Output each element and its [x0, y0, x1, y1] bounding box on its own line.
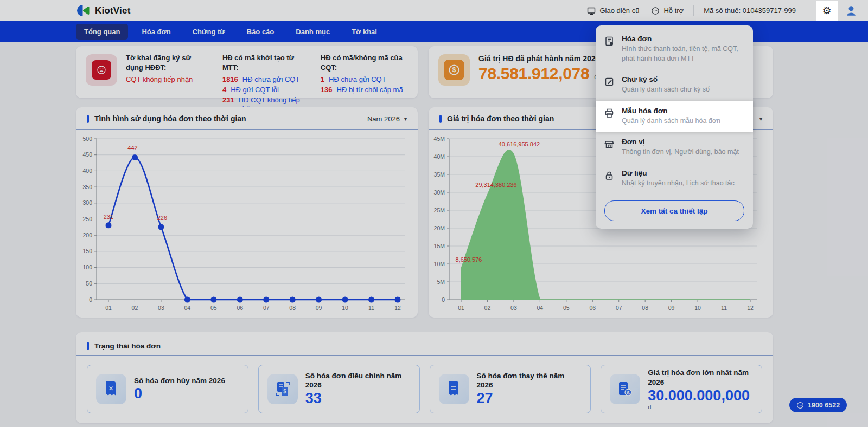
svg-text:250: 250: [82, 216, 92, 222]
menu-item-mau-hoa-don[interactable]: Mẫu hóa đơn Quản lý danh sách mẫu hóa đơ…: [596, 101, 753, 132]
mtt-label[interactable]: HĐ gửi CQT lỗi: [231, 86, 279, 94]
nav-tab-danh-muc[interactable]: Danh mục: [288, 24, 338, 40]
menu-item-chu-ky-so[interactable]: Chữ ký số Quản lý danh sách chữ ký số: [596, 69, 753, 101]
settings-gear-button[interactable]: ⚙: [816, 1, 838, 21]
mtt-title: HĐ có mã khởi tạo từ MTT:: [222, 53, 305, 73]
menu-item-title: Hóa đơn: [622, 35, 744, 43]
old-ui-link[interactable]: Giao diện cũ: [587, 7, 639, 15]
svg-text:08: 08: [642, 305, 648, 311]
svg-text:07: 07: [616, 305, 622, 311]
support-label: Hỗ trợ: [663, 7, 684, 15]
menu-item-du-lieu[interactable]: Dữ liệu Nhật ký truyền nhận, Lịch sử tha…: [596, 163, 753, 195]
svg-text:300: 300: [82, 199, 92, 206]
nav-tab-bao-cao[interactable]: Báo cáo: [239, 24, 283, 40]
accent-bar: [439, 115, 442, 123]
svg-text:07: 07: [263, 305, 270, 311]
status-card-label: Số hóa đơn thay thế năm 2026: [477, 371, 582, 390]
svg-text:45M: 45M: [434, 135, 445, 142]
cqt-label[interactable]: HĐ chưa gửi CQT: [329, 75, 386, 83]
declaration-summary-card: Tờ khai đăng ký sử dụng HĐĐT: CQT không …: [76, 46, 418, 98]
hotline-number: 1900 6522: [808, 402, 840, 409]
data-lock-icon: [604, 170, 615, 181]
mtt-label[interactable]: HĐ chưa gửi CQT: [242, 75, 300, 83]
nav-tab-chung-tu[interactable]: Chứng từ: [184, 24, 233, 40]
nav-tab-to-khai[interactable]: Tờ khai: [343, 24, 385, 40]
svg-text:40M: 40M: [434, 153, 445, 160]
support-link[interactable]: Hỗ trợ: [651, 7, 684, 15]
year-filter-dropdown[interactable]: ▾: [760, 116, 762, 122]
status-card-label: Số hóa đơn hủy năm 2026: [134, 376, 225, 386]
svg-text:06: 06: [237, 305, 243, 311]
adjusted-invoice-icon: $: [267, 374, 298, 404]
kiotviet-logo[interactable]: KiotViet: [76, 3, 131, 18]
svg-text:03: 03: [510, 305, 517, 311]
cqt-count: 1: [321, 75, 324, 83]
svg-text:$: $: [627, 390, 630, 396]
svg-text:0: 0: [442, 296, 445, 303]
chat-support-icon: [651, 7, 660, 15]
svg-text:400: 400: [82, 167, 92, 174]
replaced-invoice-icon: [439, 374, 469, 404]
svg-text:11: 11: [721, 305, 727, 311]
issued-value-tile: $: [438, 54, 470, 86]
svg-text:450: 450: [82, 151, 92, 158]
menu-item-don-vi[interactable]: Đơn vị Thông tin đơn vị, Người dùng, bảo…: [596, 132, 753, 163]
svg-text:05: 05: [563, 305, 570, 311]
old-ui-label: Giao diện cũ: [599, 7, 639, 15]
issued-value-title: Giá trị HĐ đã phát hành năm 2026: [478, 54, 599, 63]
svg-text:442: 442: [127, 145, 137, 151]
digital-signature-icon: [604, 76, 615, 87]
svg-text:226: 226: [157, 215, 167, 221]
cqt-label[interactable]: HĐ bị từ chối cấp mã: [337, 86, 403, 94]
hotline-chat-button[interactable]: 1900 6522: [789, 398, 847, 412]
status-card-value: 27: [477, 390, 582, 407]
menu-item-hoa-don[interactable]: Hóa đơn Hình thức thanh toán, tiền tệ, m…: [596, 29, 753, 69]
view-all-settings-button[interactable]: Xem tất cả thiết lập: [604, 200, 744, 221]
mtt-row: 1816 HĐ chưa gửi CQT: [222, 75, 305, 83]
svg-text:29,314,380.236: 29,314,380.236: [475, 182, 516, 188]
cancelled-invoice-icon: ✕: [96, 374, 126, 404]
svg-text:12: 12: [394, 305, 401, 311]
svg-text:8,650,576: 8,650,576: [456, 256, 482, 263]
svg-text:04: 04: [184, 305, 191, 311]
svg-text:08: 08: [289, 305, 296, 311]
svg-text:30M: 30M: [434, 189, 445, 196]
year-filter-dropdown[interactable]: Năm 2026 ▾: [367, 115, 407, 123]
kiotviet-logo-icon: [76, 3, 91, 18]
max-invoice-value-icon: $: [610, 374, 640, 404]
svg-text:05: 05: [210, 305, 217, 311]
svg-text:03: 03: [158, 305, 164, 311]
menu-item-title: Đơn vị: [622, 138, 739, 146]
divider: [76, 129, 418, 130]
menu-item-desc: Thông tin đơn vị, Người dùng, bảo mật: [622, 147, 739, 157]
adjusted-invoices-card: $ Số hóa đơn điều chỉnh năm 2026 33: [258, 365, 420, 413]
svg-text:231: 231: [104, 214, 113, 220]
menu-item-desc: Nhật ký truyền nhận, Lịch sử thao tác: [622, 179, 735, 189]
svg-text:10: 10: [342, 305, 348, 311]
menu-item-desc: Hình thức thanh toán, tiền tệ, mã CQT, p…: [622, 44, 744, 63]
user-avatar[interactable]: [843, 3, 859, 19]
monitor-icon: [587, 7, 596, 15]
declaration-status: CQT không tiếp nhận: [126, 75, 207, 83]
cqt-title: HĐ có mã/không mã của CQT:: [321, 53, 408, 73]
svg-text:40,616,955.842: 40,616,955.842: [499, 141, 540, 147]
status-card-label: Số hóa đơn điều chỉnh năm 2026: [305, 371, 411, 390]
brand-name: KiotViet: [95, 5, 131, 16]
mtt-count: 4: [222, 86, 226, 94]
status-card-label: Giá trị hóa đơn lớn nhất năm 2026: [648, 368, 753, 387]
svg-text:20M: 20M: [434, 225, 445, 231]
issued-value-number: 78.581.912,078: [478, 64, 589, 83]
topbar: KiotViet Giao diện cũ Hỗ trợ Mã số thuế:…: [0, 0, 868, 21]
cqt-row: 136 HĐ bị từ chối cấp mã: [321, 86, 408, 94]
nav-tab-tong-quan[interactable]: Tổng quan: [76, 24, 128, 40]
settings-dropdown-menu: Hóa đơn Hình thức thanh toán, tiền tệ, m…: [596, 25, 753, 229]
status-card-value: 30.000.000,000: [648, 387, 753, 404]
organization-store-icon: [604, 139, 615, 150]
accent-bar: [87, 342, 89, 350]
status-card-value: 0: [134, 385, 225, 402]
svg-text:$: $: [452, 66, 456, 74]
sad-face-icon: [96, 64, 107, 75]
svg-text:35M: 35M: [434, 171, 445, 178]
svg-text:5M: 5M: [437, 279, 445, 285]
nav-tab-hoa-don[interactable]: Hóa đơn: [133, 24, 178, 40]
